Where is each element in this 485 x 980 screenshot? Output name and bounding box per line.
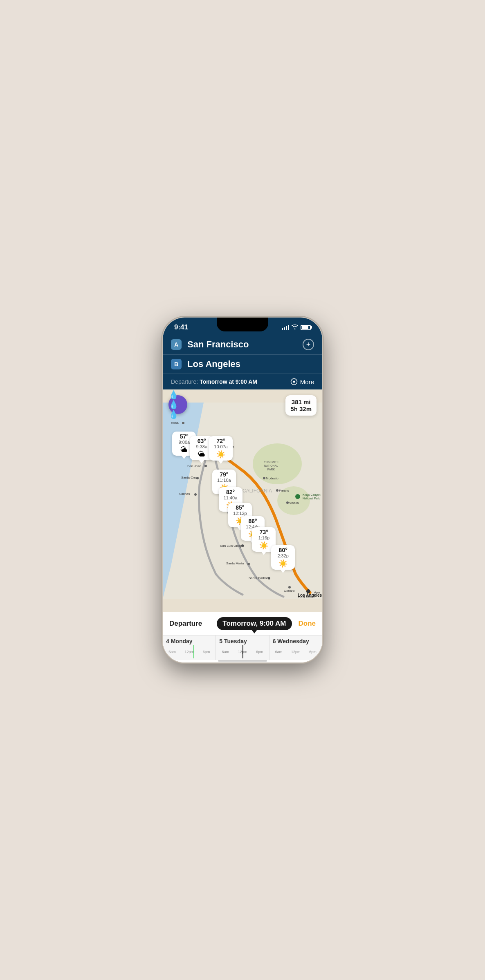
svg-text:YOSEMITE: YOSEMITE: [264, 461, 279, 463]
weather-pin-3: 72° 10:07a ☀️: [209, 436, 233, 461]
svg-point-22: [247, 563, 250, 565]
departure-prefix: Departure:: [171, 378, 198, 385]
svg-text:NATIONAL: NATIONAL: [264, 464, 278, 467]
done-button[interactable]: Done: [292, 620, 316, 628]
svg-point-12: [194, 493, 197, 496]
calendar-day-wednesday[interactable]: 6 Wednesday 6am 12pm 6pm: [269, 635, 322, 660]
home-indicator: [163, 660, 322, 662]
status-icons: [282, 324, 311, 331]
signal-icon: [282, 325, 289, 330]
rain-badge: 💧💧💧: [168, 395, 187, 414]
svg-point-14: [263, 477, 265, 479]
svg-point-30: [182, 422, 184, 424]
distance-badge: 381 mi 5h 32m: [285, 395, 317, 416]
calendar-day-tuesday[interactable]: 5 Tuesday 6am 12pm 6pm: [216, 635, 269, 660]
monday-hours: 6am 12pm 6pm: [163, 646, 216, 658]
rain-icon: 💧💧💧: [168, 390, 187, 419]
svg-text:Rosa: Rosa: [171, 421, 179, 425]
phone-frame: 9:41: [163, 318, 322, 662]
svg-point-16: [276, 489, 278, 492]
svg-text:Kings Canyon: Kings Canyon: [303, 493, 321, 497]
current-time-indicator: [193, 645, 194, 658]
departure-selector[interactable]: Departure Tomorrow, 9:00 AM Done: [163, 612, 322, 635]
svg-point-35: [295, 494, 300, 499]
more-button[interactable]: More: [290, 378, 314, 385]
calendar-day-monday[interactable]: 4 Monday 6am 12pm 6pm: [163, 635, 216, 660]
svg-point-18: [286, 501, 289, 504]
departure-value-bubble[interactable]: Tomorrow, 9:00 AM: [217, 617, 292, 630]
departure-row: Departure: Tomorrow at 9:00 AM More: [163, 374, 322, 389]
svg-point-1: [293, 381, 295, 383]
svg-text:National Park: National Park: [303, 497, 320, 500]
svg-text:Oxnard: Oxnard: [284, 589, 294, 593]
status-bar: 9:41: [163, 318, 322, 335]
destination-city: Los Angeles: [187, 359, 314, 369]
more-label: More: [300, 378, 314, 385]
notch: [217, 318, 268, 331]
monday-header: 4 Monday: [163, 638, 216, 646]
svg-text:Long Beach: Long Beach: [298, 595, 315, 598]
status-time: 9:41: [174, 323, 188, 331]
svg-text:Modesto: Modesto: [266, 477, 278, 480]
gear-icon: [290, 378, 298, 385]
svg-text:Ana: Ana: [314, 591, 320, 594]
svg-text:San Luis Obispo: San Luis Obispo: [220, 544, 244, 548]
add-waypoint-button[interactable]: +: [303, 339, 314, 350]
wifi-icon: [292, 324, 298, 331]
svg-text:Santa Maria: Santa Maria: [226, 562, 244, 565]
wednesday-header: 6 Wednesday: [269, 638, 322, 646]
battery-icon: [301, 325, 311, 330]
svg-text:San Jose: San Jose: [187, 464, 201, 468]
distance-miles: 381 mi: [290, 398, 312, 405]
wednesday-hours: 6am 12pm 6pm: [269, 646, 322, 658]
svg-point-26: [288, 586, 291, 588]
distance-duration: 5h 32m: [290, 405, 312, 412]
origin-city: San Francisco: [187, 339, 303, 350]
svg-text:Santa Cruz: Santa Cruz: [181, 476, 198, 479]
destination-row: B Los Angeles: [163, 355, 322, 374]
battery-fill: [302, 326, 308, 329]
origin-label: A: [171, 339, 182, 350]
departure-time: Tomorrow at 9:00 AM: [200, 378, 290, 385]
departure-selector-label: Departure: [169, 620, 217, 628]
weather-pin-9: 80° 2:32p ☀️: [271, 545, 295, 570]
screen: 9:41: [163, 318, 322, 662]
tuesday-hours: 6am 12pm 6pm: [216, 646, 269, 658]
origin-row: A San Francisco +: [163, 335, 322, 355]
svg-text:CALIFORNIA: CALIFORNIA: [242, 488, 272, 494]
svg-point-8: [204, 465, 207, 467]
svg-text:Santa Barbara: Santa Barbara: [249, 576, 270, 580]
svg-text:PARK: PARK: [267, 468, 275, 471]
svg-text:Salinas: Salinas: [179, 492, 190, 496]
destination-label: B: [171, 359, 182, 369]
tuesday-header: 5 Tuesday: [216, 638, 269, 646]
home-bar: [218, 660, 267, 662]
svg-text:Visalia: Visalia: [289, 501, 299, 505]
map-background: Sacramento San Jose Santa Cruz Salinas M…: [163, 389, 322, 612]
header: A San Francisco + B Los Angeles Departur…: [163, 335, 322, 389]
bottom-panel: Departure Tomorrow, 9:00 AM Done 4 Monda…: [163, 612, 322, 662]
svg-text:Fresno: Fresno: [279, 489, 289, 492]
calendar-timeline[interactable]: 4 Monday 6am 12pm 6pm 5 Tuesday 6a: [163, 635, 322, 660]
selected-time-indicator: [242, 645, 243, 658]
map-container[interactable]: Sacramento San Jose Santa Cruz Salinas M…: [163, 389, 322, 612]
